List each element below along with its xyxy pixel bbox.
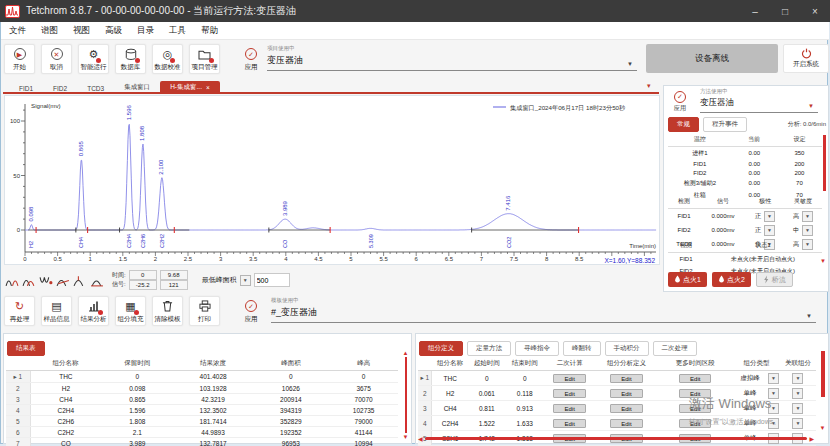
- tab-close-icon[interactable]: ×: [206, 84, 210, 91]
- clear-template-button[interactable]: 清除模板: [152, 296, 183, 326]
- sample-info-button[interactable]: ▤ 样品信息: [41, 296, 72, 326]
- chevron-down-icon[interactable]: ▼: [806, 313, 812, 319]
- tab-组分定义[interactable]: 组分定义: [419, 341, 463, 356]
- power-on-button[interactable]: 开启系统: [783, 44, 829, 73]
- database-button[interactable]: 数据库: [115, 44, 146, 74]
- start-button[interactable]: ▶ 开始: [4, 44, 35, 74]
- smart-run-button[interactable]: ⚙ 智能运行: [78, 44, 109, 74]
- valley-peaks-icon[interactable]: .k{fill:none;stroke:#333;stroke-width:1}…: [38, 271, 54, 289]
- reprocess-button[interactable]: ↻ 再处理: [4, 296, 35, 326]
- restore-button[interactable]: □: [770, 0, 800, 22]
- linked-component-dropdown-icon[interactable]: ▼: [792, 373, 803, 384]
- tabs-overflow-icon[interactable]: ▾: [647, 82, 651, 90]
- table-row[interactable]: 检测3/辅助20.0070: [668, 177, 822, 189]
- ignite-2-button[interactable]: 点火2: [712, 272, 751, 287]
- linked-component-dropdown-icon[interactable]: ▼: [792, 388, 803, 399]
- table-row[interactable]: FID10.000mv正▼高▼: [668, 209, 822, 224]
- device-status-button[interactable]: 设备离线: [646, 44, 778, 73]
- menu-item-工具[interactable]: 工具: [169, 25, 186, 37]
- cancel-button[interactable]: ✕ 取消: [41, 44, 72, 74]
- min-peak-area-input[interactable]: [254, 273, 290, 287]
- dropdown-icon[interactable]: ▼: [802, 211, 813, 222]
- apply-project-button[interactable]: ✓ 应用: [238, 44, 264, 74]
- table-row[interactable]: FID20.00200: [668, 168, 822, 177]
- table-row[interactable]: 进样10.00350: [668, 147, 822, 160]
- results-vertical-scrollbar[interactable]: ▲▼: [401, 350, 410, 440]
- table-row[interactable]: 4C2H41.596132.3502394319102735: [6, 405, 398, 416]
- menu-item-文件[interactable]: 文件: [9, 25, 26, 37]
- table-row[interactable]: 7CO3.989132.78179695310994: [6, 438, 398, 446]
- table-row[interactable]: 5C2H61.808181.741435282979000: [6, 416, 398, 427]
- edit-secondary-calc-button[interactable]: Edit: [553, 419, 585, 428]
- tab-二次处理[interactable]: 二次处理: [653, 341, 697, 356]
- tab-general[interactable]: 常规: [668, 117, 699, 132]
- edit-time-ranges-button[interactable]: Edit: [679, 374, 711, 383]
- method-scrollbar-thumb[interactable]: [823, 135, 826, 191]
- apply-template-button[interactable]: ✓ 应用: [238, 296, 264, 326]
- tab-寻峰指令[interactable]: 寻峰指令: [515, 341, 559, 356]
- method-select[interactable]: 方法使用中 变压器油 ▼: [700, 88, 818, 113]
- table-row[interactable]: 3CH40.8110.913EditEditEdit单峰▼▼: [418, 401, 816, 416]
- linked-component-dropdown-icon[interactable]: ▼: [792, 418, 803, 429]
- menu-item-目录[interactable]: 目录: [137, 25, 154, 37]
- edit-secondary-calc-button[interactable]: Edit: [553, 374, 585, 383]
- chromatogram-panel[interactable]: 05010000.511.522.533.544.555.566.577.588…: [4, 95, 660, 265]
- component-type-dropdown-icon[interactable]: ▼: [768, 418, 779, 429]
- table-row[interactable]: FID1未点火(未开启自动点火): [668, 253, 822, 266]
- edit-time-ranges-button[interactable]: Edit: [679, 419, 711, 428]
- result-analysis-button[interactable]: 结果分析: [78, 296, 109, 326]
- tab-temp-program[interactable]: 程升事件: [703, 117, 747, 132]
- edit-analysis-def-button[interactable]: Edit: [610, 404, 642, 413]
- close-button[interactable]: ×: [800, 0, 830, 22]
- print-button[interactable]: 打印: [189, 296, 220, 326]
- table-row[interactable]: 3CH40.86542.321920091470070: [6, 394, 398, 405]
- table-row[interactable]: 4C2H41.5221.633EditEditEdit单峰▼▼: [418, 416, 816, 431]
- table-row[interactable]: ▸ 1THC00EditEditEdit虚拟峰▼▼: [418, 371, 816, 386]
- menu-item-高级[interactable]: 高级: [105, 25, 122, 37]
- edit-analysis-def-button[interactable]: Edit: [610, 389, 642, 398]
- menu-item-视图[interactable]: 视图: [73, 25, 90, 37]
- menu-item-帮助[interactable]: 帮助: [201, 25, 218, 37]
- definition-vertical-scrollbar[interactable]: ▼: [818, 350, 827, 431]
- edit-analysis-def-button[interactable]: Edit: [610, 374, 642, 383]
- table-row[interactable]: FID20.000mv正▼中▼: [668, 223, 822, 237]
- component-type-dropdown-icon[interactable]: ▼: [768, 388, 779, 399]
- dropdown-icon[interactable]: ▼: [802, 225, 813, 236]
- table-row[interactable]: 2H20.098103.1928106263675: [6, 383, 398, 394]
- tab-results-table[interactable]: 结果表: [7, 341, 45, 356]
- apply-method-button[interactable]: ✓ 应用: [669, 91, 691, 113]
- ignite-1-button[interactable]: 点火1: [668, 272, 707, 287]
- template-select[interactable]: 模板使用中 #_变压器油 ▼: [271, 297, 816, 323]
- edit-time-ranges-button[interactable]: Edit: [679, 389, 711, 398]
- component-fill-button[interactable]: ▦ 组分填充: [115, 296, 146, 326]
- minimize-button[interactable]: –: [740, 0, 770, 22]
- project-select[interactable]: 项目使用中 变压器油 ▼: [267, 45, 637, 71]
- component-type-dropdown-icon[interactable]: ▼: [768, 403, 779, 414]
- bridge-current-button[interactable]: 桥流: [756, 272, 793, 287]
- peak-end-marker-icon[interactable]: .k{fill:none;stroke:#333;stroke-width:1}…: [89, 271, 105, 289]
- min-peak-area-dropdown-icon[interactable]: ▼: [240, 275, 251, 286]
- table-row[interactable]: ▸ 1THC0401.402800: [6, 371, 398, 383]
- edit-time-ranges-button[interactable]: Edit: [679, 404, 711, 413]
- linked-component-dropdown-icon[interactable]: ▼: [792, 403, 803, 414]
- peaks-compare-icon[interactable]: .k{fill:none;stroke:#333;stroke-width:1}…: [4, 271, 20, 289]
- chevron-down-icon[interactable]: ▼: [627, 61, 633, 67]
- table-row[interactable]: 6C2H22.144.989319235241144: [6, 427, 398, 438]
- table-row[interactable]: FID10.00200: [668, 159, 822, 168]
- scroll-down-icon[interactable]: ▼: [820, 258, 826, 264]
- edit-analysis-def-button[interactable]: Edit: [610, 419, 642, 428]
- menu-item-谱图[interactable]: 谱图: [41, 25, 58, 37]
- peak-start-marker-icon[interactable]: .k{fill:none;stroke:#333;stroke-width:1}…: [72, 271, 88, 289]
- overlapping-peaks-icon[interactable]: .k{fill:none;stroke:#333;stroke-width:1}…: [21, 271, 37, 289]
- chevron-down-icon[interactable]: ▼: [808, 103, 814, 109]
- tab-峰翻转[interactable]: 峰翻转: [563, 341, 601, 356]
- edit-secondary-calc-button[interactable]: Edit: [553, 389, 585, 398]
- component-type-dropdown-icon[interactable]: ▼: [768, 373, 779, 384]
- definition-horizontal-scrollbar[interactable]: ◀▶: [418, 435, 814, 442]
- project-manage-button[interactable]: 项目管理: [189, 44, 220, 74]
- calibration-button[interactable]: ◎ 数据校准: [152, 44, 183, 74]
- tab-定量方法[interactable]: 定量方法: [467, 341, 511, 356]
- tailing-peak-icon[interactable]: .k{fill:none;stroke:#333;stroke-width:1}…: [55, 271, 71, 289]
- dropdown-icon[interactable]: ▼: [764, 225, 775, 236]
- dropdown-icon[interactable]: ▼: [764, 211, 775, 222]
